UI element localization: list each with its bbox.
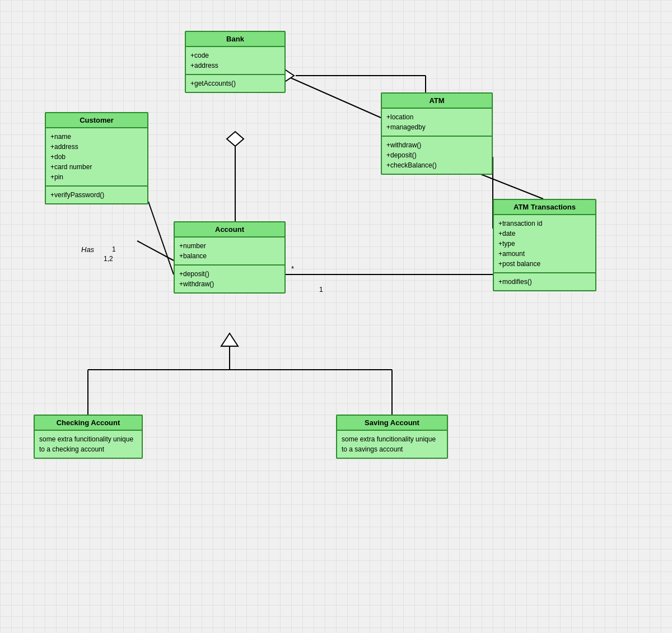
atm-method-checkbalance: +checkBalance(): [386, 160, 487, 170]
atm-transactions-class-header: ATM Transactions: [494, 200, 595, 215]
atm-transactions-class: ATM Transactions +transaction id +date +…: [493, 199, 596, 291]
has-label: Has: [81, 245, 94, 254]
account-method-withdraw: +withdraw(): [179, 279, 280, 289]
multiplicity-1-label: 1: [112, 245, 116, 253]
atm-transactions-methods: +modifies(): [494, 273, 595, 290]
multiplicity-1b-label: 1: [319, 286, 323, 294]
bank-attr-address: +address: [190, 60, 280, 71]
bank-attr-code: +code: [190, 50, 280, 60]
account-attr-balance: +balance: [179, 251, 280, 261]
customer-attributes: +name +address +dob +card number +pin: [46, 128, 147, 187]
account-methods: +deposit() +withdraw(): [175, 266, 284, 292]
atm-trans-attr-amount: +amount: [498, 249, 591, 259]
customer-class-header: Customer: [46, 113, 147, 128]
checking-account-attr: some extra funcitionality unique to a ch…: [39, 434, 137, 454]
atm-trans-attr-date: +date: [498, 229, 591, 239]
bank-attributes: +code +address: [186, 47, 284, 75]
saving-account-header: Saving Account: [337, 416, 447, 431]
atm-class: ATM +location +managedby +withdraw() +de…: [381, 92, 493, 175]
connections-svg: [0, 0, 672, 633]
atm-class-header: ATM: [382, 94, 492, 109]
atm-method-deposit: +deposit(): [386, 150, 487, 160]
customer-attr-cardnumber: +card number: [50, 162, 143, 172]
checking-account-attributes: some extra funcitionality unique to a ch…: [35, 431, 142, 458]
customer-class: Customer +name +address +dob +card numbe…: [45, 112, 148, 204]
customer-attr-pin: +pin: [50, 172, 143, 182]
multiplicity-star-label: *: [291, 264, 294, 273]
atm-attributes: +location +managedby: [382, 109, 492, 137]
account-class-header: Account: [175, 222, 284, 238]
customer-methods: +verifyPassword(): [46, 187, 147, 203]
bank-class: Bank +code +address +getAccounts(): [185, 31, 286, 93]
atm-trans-attr-type: +type: [498, 239, 591, 249]
checking-account-class: Checking Account some extra funcitionali…: [34, 415, 143, 459]
atm-transactions-attributes: +transaction id +date +type +amount +pos…: [494, 215, 595, 273]
svg-line-18: [137, 241, 174, 260]
customer-method-verifypassword: +verifyPassword(): [50, 190, 143, 200]
bank-method-getaccounts: +getAccounts(): [190, 78, 280, 89]
account-method-deposit: +deposit(): [179, 269, 280, 279]
svg-marker-3: [227, 132, 244, 146]
svg-marker-12: [221, 333, 238, 346]
customer-attr-dob: +dob: [50, 152, 143, 162]
account-attributes: +number +balance: [175, 238, 284, 266]
checking-account-header: Checking Account: [35, 416, 142, 431]
atm-trans-attr-id: +transaction id: [498, 218, 591, 229]
customer-attr-address: +address: [50, 142, 143, 152]
svg-line-4: [148, 202, 174, 274]
bank-methods: +getAccounts(): [186, 75, 284, 92]
atm-attr-location: +location: [386, 112, 487, 122]
atm-trans-attr-postbalance: +post balance: [498, 259, 591, 269]
svg-line-0: [286, 76, 381, 118]
saving-account-class: Saving Account some extra funcitionality…: [336, 415, 448, 459]
uml-diagram: Bank +code +address +getAccounts() ATM +…: [0, 0, 672, 633]
bank-class-header: Bank: [186, 32, 284, 47]
atm-trans-method-modifies: +modifies(): [498, 277, 591, 287]
account-attr-number: +number: [179, 241, 280, 251]
atm-attr-managedby: +managedby: [386, 122, 487, 132]
customer-attr-name: +name: [50, 132, 143, 142]
saving-account-attributes: some extra funcitionality unique to a sa…: [337, 431, 447, 458]
account-class: Account +number +balance +deposit() +wit…: [174, 221, 286, 294]
multiplicity-12-label: 1,2: [104, 255, 113, 263]
atm-method-withdraw: +withdraw(): [386, 140, 487, 150]
atm-methods: +withdraw() +deposit() +checkBalance(): [382, 137, 492, 174]
saving-account-attr: some extra funcitionality unique to a sa…: [342, 434, 442, 454]
